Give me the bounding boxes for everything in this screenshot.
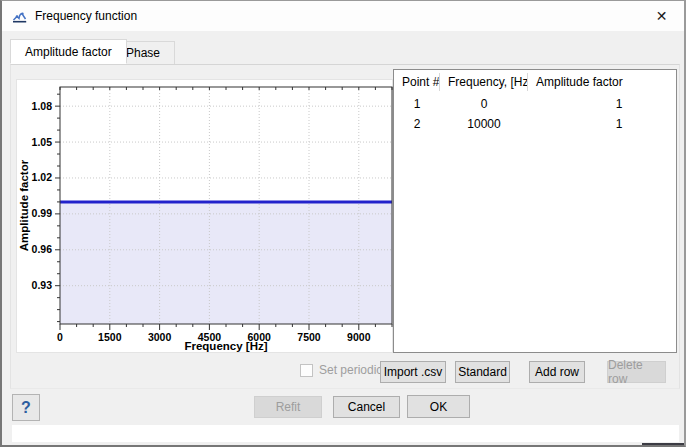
points-table[interactable]: Point # Frequency, [Hz] Amplitude factor… bbox=[393, 69, 677, 353]
set-periodic-checkbox bbox=[300, 364, 313, 377]
points-table-body: 1012100001 bbox=[394, 94, 676, 134]
column-header-frequency: Frequency, [Hz] bbox=[440, 73, 528, 91]
frequency-chart-svg: 01500300045006000750090000.930.960.991.0… bbox=[17, 80, 394, 354]
svg-text:0.96: 0.96 bbox=[32, 243, 53, 255]
frequency-function-dialog: Frequency function ✕ Amplitude factor Ph… bbox=[0, 0, 686, 447]
svg-text:Amplitude factor: Amplitude factor bbox=[18, 159, 30, 251]
table-cell: 10000 bbox=[440, 117, 528, 131]
table-cell: 1 bbox=[528, 97, 674, 111]
svg-text:1.05: 1.05 bbox=[32, 136, 53, 148]
svg-text:1500: 1500 bbox=[98, 331, 122, 343]
svg-text:7500: 7500 bbox=[297, 331, 321, 343]
table-row[interactable]: 101 bbox=[394, 94, 676, 114]
delete-row-button: Delete row bbox=[607, 361, 666, 383]
refit-button: Refit bbox=[254, 396, 322, 418]
svg-text:Frequency [Hz]: Frequency [Hz] bbox=[184, 340, 267, 352]
table-header-row: Point # Frequency, [Hz] Amplitude factor bbox=[394, 70, 676, 94]
table-cell: 1 bbox=[528, 117, 674, 131]
background-window-fragment bbox=[642, 443, 686, 447]
column-header-point: Point # bbox=[394, 73, 440, 91]
table-cell: 2 bbox=[394, 117, 440, 131]
svg-text:0.99: 0.99 bbox=[32, 207, 53, 219]
add-row-button[interactable]: Add row bbox=[529, 361, 585, 383]
svg-text:0.93: 0.93 bbox=[32, 279, 53, 291]
svg-text:1.02: 1.02 bbox=[32, 171, 53, 183]
close-icon: ✕ bbox=[656, 8, 668, 24]
table-row[interactable]: 2100001 bbox=[394, 114, 676, 134]
svg-text:9000: 9000 bbox=[347, 331, 371, 343]
waveform-chart-icon bbox=[12, 8, 28, 24]
tab-label: Phase bbox=[126, 46, 160, 60]
help-button[interactable]: ? bbox=[12, 394, 40, 421]
window-title: Frequency function bbox=[35, 9, 137, 23]
table-cell: 0 bbox=[440, 97, 528, 111]
cancel-button[interactable]: Cancel bbox=[333, 396, 400, 418]
title-bar: Frequency function ✕ bbox=[2, 1, 684, 31]
svg-text:3000: 3000 bbox=[148, 331, 172, 343]
close-button[interactable]: ✕ bbox=[639, 1, 684, 31]
frequency-chart: 01500300045006000750090000.930.960.991.0… bbox=[16, 79, 393, 353]
tab-amplitude-factor[interactable]: Amplitude factor bbox=[10, 39, 127, 64]
column-header-amplitude: Amplitude factor bbox=[528, 73, 674, 91]
svg-text:0: 0 bbox=[57, 331, 63, 343]
status-bar bbox=[12, 425, 679, 442]
set-periodic-control: Set periodic bbox=[300, 363, 382, 377]
import-csv-button[interactable]: Import .csv bbox=[380, 361, 446, 383]
table-cell: 1 bbox=[394, 97, 440, 111]
standard-button[interactable]: Standard bbox=[455, 361, 510, 383]
ok-button[interactable]: OK bbox=[407, 395, 470, 418]
tab-label: Amplitude factor bbox=[25, 45, 112, 59]
set-periodic-label: Set periodic bbox=[319, 363, 382, 377]
svg-text:1.08: 1.08 bbox=[32, 100, 53, 112]
